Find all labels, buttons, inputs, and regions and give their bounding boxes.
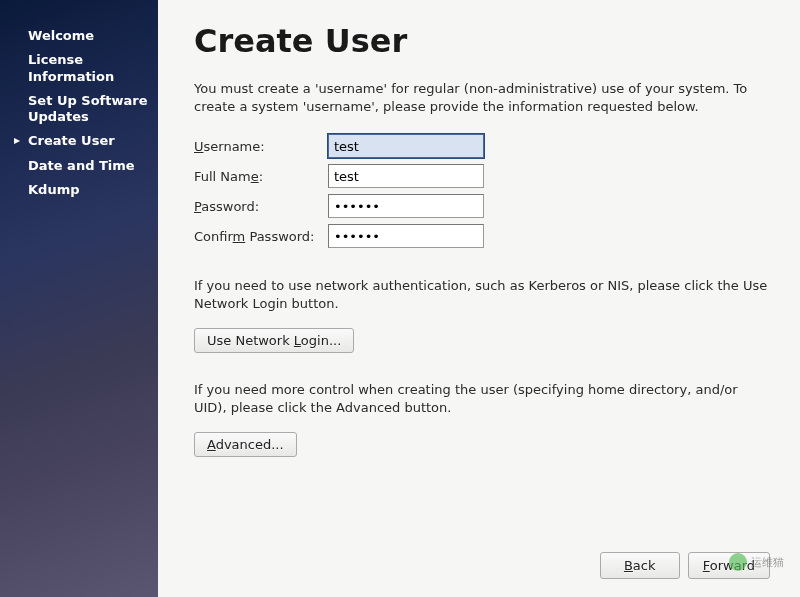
user-form: Username: Full Name: Password: Confirm P… (194, 131, 770, 251)
main-content: Create User You must create a 'username'… (158, 0, 800, 597)
username-input[interactable] (328, 134, 484, 158)
confirm-password-label: Confirm Password: (194, 221, 328, 251)
page-title: Create User (194, 22, 770, 60)
sidebar-item-welcome[interactable]: Welcome (14, 28, 148, 44)
footer-buttons: Back Forward (194, 552, 770, 583)
sidebar-item-kdump[interactable]: Kdump (14, 182, 148, 198)
forward-button[interactable]: Forward (688, 552, 770, 579)
fullname-input[interactable] (328, 164, 484, 188)
sidebar: Welcome License Information Set Up Softw… (0, 0, 158, 597)
sidebar-item-date-time[interactable]: Date and Time (14, 158, 148, 174)
network-auth-info: If you need to use network authenticatio… (194, 277, 770, 312)
sidebar-item-create-user[interactable]: Create User (14, 133, 148, 149)
sidebar-item-software-updates[interactable]: Set Up Software Updates (14, 93, 148, 126)
intro-text: You must create a 'username' for regular… (194, 80, 770, 115)
username-label: Username: (194, 131, 328, 161)
confirm-password-input[interactable] (328, 224, 484, 248)
advanced-info: If you need more control when creating t… (194, 381, 770, 416)
sidebar-item-license[interactable]: License Information (14, 52, 148, 85)
back-button[interactable]: Back (600, 552, 680, 579)
advanced-button[interactable]: Advanced... (194, 432, 297, 457)
fullname-label: Full Name: (194, 161, 328, 191)
use-network-login-button[interactable]: Use Network Login... (194, 328, 354, 353)
password-label: Password: (194, 191, 328, 221)
password-input[interactable] (328, 194, 484, 218)
